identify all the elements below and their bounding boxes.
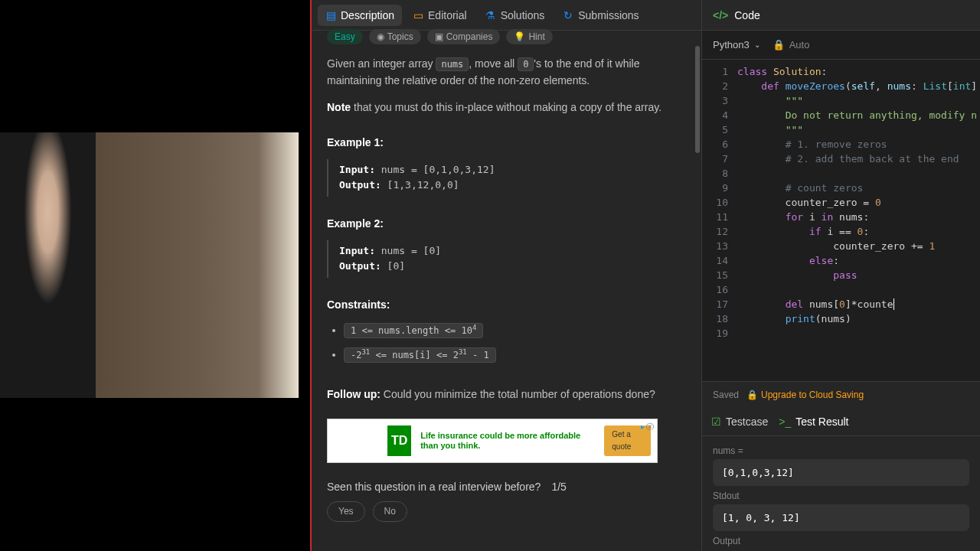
- hint-tag[interactable]: 💡 Hint: [506, 29, 552, 44]
- terminal-icon: >_: [779, 416, 791, 428]
- topics-tag[interactable]: ◉ Topics: [369, 29, 421, 44]
- code-editor[interactable]: 12345678910111213141516171819 class Solu…: [702, 60, 980, 381]
- main-area: ▤ Description ▭ Editorial ⚗ Solutions ↻ …: [312, 0, 980, 551]
- problem-intro: Given an integer array nums, move all 0'…: [327, 55, 686, 90]
- followup: Follow up: Could you minimize the total …: [327, 386, 686, 403]
- interview-question-row: Seen this question in a real interview b…: [327, 478, 686, 495]
- lock-icon: 🔒: [746, 390, 758, 400]
- tab-testcase[interactable]: ☑ Testcase: [711, 416, 768, 428]
- saved-row: Saved 🔒 Upgrade to Cloud Saving: [702, 381, 980, 407]
- scrollbar[interactable]: [695, 46, 700, 153]
- tab-label: Submissions: [578, 9, 639, 21]
- auto-toggle[interactable]: 🔒 Auto: [773, 39, 810, 51]
- code-zero: 0: [518, 57, 534, 71]
- check-icon: ☑: [711, 416, 721, 428]
- constraints-list: 1 <= nums.length <= 104 -231 <= nums[i] …: [327, 321, 686, 364]
- no-button[interactable]: No: [373, 501, 407, 522]
- tab-label: Solutions: [501, 9, 545, 21]
- code-nums: nums: [436, 57, 469, 71]
- ad-text: Life insurance could be more affordable …: [420, 431, 593, 451]
- results-tabs: ☑ Testcase >_ Test Result: [702, 407, 980, 436]
- code-icon: </>: [713, 9, 728, 21]
- constraint-item: 1 <= nums.length <= 104: [344, 321, 686, 338]
- description-panel: ▤ Description ▭ Editorial ⚗ Solutions ↻ …: [312, 0, 702, 551]
- ad-close-icon[interactable]: ⓧ: [646, 421, 654, 433]
- example1-block: Input: nums = [0,1,0,3,12] Output: [1,3,…: [327, 159, 686, 197]
- doc-icon: ▤: [325, 10, 336, 21]
- constraints-heading: Constraints:: [327, 296, 686, 313]
- yes-button[interactable]: Yes: [327, 501, 365, 522]
- upgrade-link[interactable]: 🔒 Upgrade to Cloud Saving: [746, 390, 864, 400]
- tab-test-result[interactable]: >_ Test Result: [779, 416, 848, 428]
- book-icon: ▭: [413, 10, 423, 21]
- webcam-feed: [0, 132, 299, 398]
- results-panel: ☑ Testcase >_ Test Result nums = [0,1,0,…: [702, 407, 980, 551]
- lock-icon: 🔒: [773, 39, 785, 51]
- webcam-person: [0, 132, 96, 398]
- nums-value: [0,1,0,3,12]: [713, 459, 969, 486]
- code-title: Code: [734, 9, 760, 21]
- tab-label: Description: [341, 9, 394, 21]
- ad-controls: ▸ ⓧ: [641, 421, 654, 433]
- language-select[interactable]: Python3 ⌄: [713, 39, 760, 51]
- ad-logo: TD: [387, 425, 411, 456]
- ad-banner[interactable]: TD Life insurance could be more affordab…: [327, 419, 658, 463]
- companies-tag[interactable]: ▣ Companies: [427, 29, 501, 44]
- results-body: nums = [0,1,0,3,12] Stdout [1, 0, 3, 12]…: [702, 436, 980, 551]
- example2-block: Input: nums = [0] Output: [0]: [327, 240, 686, 279]
- code-header: </> Code: [702, 0, 980, 31]
- clock-icon: ↻: [563, 10, 573, 21]
- example2-heading: Example 2:: [327, 215, 686, 232]
- line-gutter: 12345678910111213141516171819: [702, 60, 737, 381]
- tab-submissions[interactable]: ↻ Submissions: [555, 5, 646, 26]
- difficulty-tag: Easy: [327, 29, 363, 44]
- code-content[interactable]: class Solution: def moveZeroes(self, num…: [737, 60, 977, 381]
- problem-note: Note that you must do this in-place with…: [327, 99, 686, 116]
- stdout-label: Stdout: [713, 491, 969, 501]
- flask-icon: ⚗: [485, 10, 496, 21]
- tab-editorial[interactable]: ▭ Editorial: [405, 5, 475, 26]
- example1-heading: Example 1:: [327, 134, 686, 151]
- tab-label: Editorial: [428, 9, 467, 21]
- code-toolbar: Python3 ⌄ 🔒 Auto: [702, 31, 980, 60]
- tab-description[interactable]: ▤ Description: [318, 5, 402, 26]
- nums-label: nums =: [713, 445, 969, 456]
- code-panel: </> Code Python3 ⌄ 🔒 Auto 12345678910111…: [702, 0, 980, 551]
- tags-row: Easy ◉ Topics ▣ Companies 💡 Hint: [312, 29, 701, 44]
- left-dark-panel: [0, 0, 312, 551]
- constraint-item: -231 <= nums[i] <= 231 - 1: [344, 346, 686, 363]
- stdout-value: [1, 0, 3, 12]: [713, 504, 969, 531]
- chevron-down-icon: ⌄: [754, 41, 760, 49]
- interview-count: 1/5: [551, 478, 566, 495]
- saved-label: Saved: [713, 390, 739, 400]
- interview-q-text: Seen this question in a real interview b…: [327, 478, 541, 495]
- output-label: Output: [713, 536, 969, 546]
- tab-solutions[interactable]: ⚗ Solutions: [478, 5, 553, 26]
- problem-tabs: ▤ Description ▭ Editorial ⚗ Solutions ↻ …: [312, 0, 701, 31]
- ad-info-icon[interactable]: ▸: [641, 421, 645, 433]
- problem-content: Given an integer array nums, move all 0'…: [312, 44, 701, 551]
- webcam-background: [96, 132, 299, 398]
